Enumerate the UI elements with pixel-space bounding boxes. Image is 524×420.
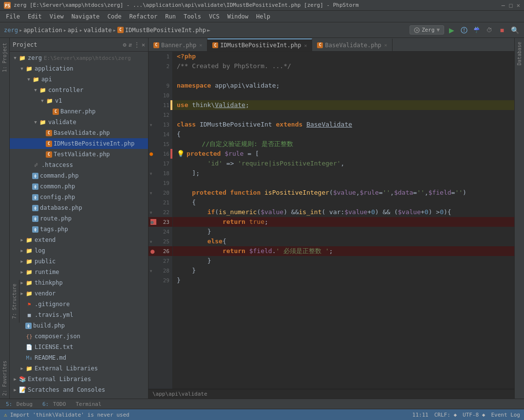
menu-tools[interactable]: Tools [180, 12, 205, 21]
search-everywhere-button[interactable]: 🔍 [509, 25, 520, 36]
stop-button[interactable]: ■ [497, 25, 507, 36]
tree-root[interactable]: ▼ 📁 zerg E:\Server\xampp\htdocs\zerg [10, 53, 148, 63]
debug-tab[interactable]: 5: Debug [2, 400, 37, 408]
gutter-line-20: 20 ▿ [149, 188, 172, 198]
sidebar-gear-icon[interactable]: ⚙ [123, 41, 126, 48]
tree-tags-php[interactable]: ϕ tags.php [10, 224, 148, 235]
breadcrumb-zerg[interactable]: zerg [4, 27, 18, 34]
tree-testvalidate[interactable]: C TestValidate.php [10, 149, 148, 160]
tree-vendor[interactable]: ▶ 📁 vendor [10, 288, 148, 299]
minimize-btn[interactable]: − [501, 1, 505, 9]
sidebar-expand-icon[interactable]: ⇵ [129, 41, 132, 48]
tree-controller[interactable]: ▼ 📁 controller [10, 85, 148, 95]
todo-tab[interactable]: 6: TODO [38, 400, 70, 408]
tree-application[interactable]: ▼ 📁 application [10, 63, 148, 74]
tree-public[interactable]: ▶ 📁 public [10, 256, 148, 267]
breadcrumb-api[interactable]: api [68, 27, 78, 34]
tab-close-icon[interactable]: ✕ [304, 43, 307, 48]
menu-view[interactable]: View [46, 12, 68, 21]
md-icon: M↓ [25, 354, 33, 362]
fold-icon[interactable]: ▿ [150, 190, 152, 196]
tab-banner[interactable]: C Banner.php ✕ [149, 38, 207, 51]
terminal-tab[interactable]: Terminal [72, 400, 105, 408]
menu-file[interactable]: File [2, 12, 24, 21]
expand-arrow: ▼ [19, 66, 25, 71]
tree-config-php[interactable]: ϕ config.php [10, 192, 148, 202]
tree-extend[interactable]: ▶ 📁 extend [10, 235, 148, 245]
run-config-selector[interactable]: Zerg ▼ [410, 25, 444, 35]
structure-panel-tab[interactable]: 7: Structure [10, 280, 19, 323]
tab-basevalidate[interactable]: C BaseValidate.php ✕ [312, 38, 393, 51]
scratches-icon: 📝 [19, 386, 26, 394]
debug-button[interactable] [459, 25, 469, 36]
tree-database-php[interactable]: ϕ database.php [10, 202, 148, 213]
tree-validate-folder[interactable]: ▼ 📁 validate [10, 117, 148, 128]
tree-license[interactable]: 📄 LICENSE.txt [10, 342, 148, 352]
fold-icon[interactable]: ▿ [150, 210, 152, 215]
fold-icon[interactable]: ▿ [150, 122, 152, 128]
tree-v1[interactable]: ▼ 📁 v1 [10, 95, 148, 106]
structure-label[interactable]: 7: Structure [11, 280, 18, 323]
fold-icon[interactable]: ▿ [150, 239, 152, 244]
tree-log[interactable]: ▶ 📁 log [10, 245, 148, 256]
tree-htaccess[interactable]: ☍ .htaccess [10, 160, 148, 170]
tree-scratches[interactable]: ▶ 📝 Scratches and Consoles [10, 384, 148, 395]
svg-point-6 [464, 31, 465, 32]
collapsed-arrow: ▶ [19, 291, 25, 296]
tree-build-php[interactable]: ϕ build.php [10, 320, 148, 331]
sidebar-collapse-icon[interactable]: ⋮ [134, 41, 140, 48]
tree-basevalidate[interactable]: C BaseValidate.php [10, 128, 148, 138]
tree-think[interactable]: ▶ 📁 External Libraries [10, 363, 148, 374]
menu-run[interactable]: Run [161, 12, 180, 21]
maximize-btn[interactable]: □ [509, 2, 513, 9]
tree-gitignore[interactable]: ⚑ .gitignore [10, 299, 148, 310]
tree-runtime[interactable]: ▶ 📁 runtime [10, 267, 148, 277]
code-content[interactable]: <?php /** Created by PhpStorm. ...*/ nam… [173, 52, 514, 389]
svg-text:PS: PS [5, 3, 10, 8]
menu-window[interactable]: Window [224, 12, 252, 21]
run-button[interactable]: ▶ [446, 25, 457, 36]
favorites-panel-tab[interactable]: 2: Favorites [1, 358, 8, 399]
php-icon: ϕ [32, 205, 38, 211]
code-line-9: namespace app\api\validate ; [173, 81, 514, 91]
profile-button[interactable]: ⏱ [484, 25, 495, 36]
tree-composer-json[interactable]: {} composer.json [10, 331, 148, 342]
chevron-down-icon: ▼ [436, 27, 440, 33]
code-line-10 [173, 91, 514, 100]
menu-navigate[interactable]: Navigate [68, 12, 104, 21]
code-line-23: return true ; [173, 217, 514, 227]
database-panel-tab[interactable]: Database [514, 38, 524, 399]
coverage-button[interactable]: ☔ [471, 25, 482, 36]
tree-thinkphp[interactable]: ▶ 📁 thinkphp [10, 277, 148, 288]
sidebar-close-icon[interactable]: ✕ [142, 41, 145, 48]
project-panel-tab[interactable]: 1: Project [1, 40, 8, 75]
menu-refactor[interactable]: Refactor [125, 12, 161, 21]
tab-close-icon[interactable]: ✕ [199, 42, 202, 48]
breadcrumb: zerg ▸ application ▸ api ▸ validate ▸ C … [4, 27, 408, 34]
event-log-btn[interactable]: Event Log [491, 412, 520, 418]
tree-banner-php[interactable]: C Banner.php [10, 106, 148, 117]
tree-travis-yml[interactable]: ■ .travis.yml [10, 310, 148, 320]
tab-close-icon[interactable]: ✕ [384, 42, 387, 48]
tree-command-php[interactable]: ϕ command.php [10, 170, 148, 181]
fold-icon[interactable]: ▿ [150, 171, 152, 176]
tree-api[interactable]: ▼ 📁 api [10, 74, 148, 85]
bottom-tabs: 5: Debug 6: TODO Terminal [0, 399, 524, 409]
breadcrumb-validate[interactable]: validate [84, 27, 112, 34]
tree-idmustbepositiveint[interactable]: C IDMustBePositiveInt.php [10, 138, 148, 149]
tree-external-libraries[interactable]: ▶ 📚 External Libraries [10, 374, 148, 384]
close-btn[interactable]: ✕ [517, 2, 520, 9]
fold-icon[interactable]: ▿ [150, 268, 152, 274]
menu-help[interactable]: Help [252, 12, 274, 21]
tab-idmustbepositiveint[interactable]: C IDMustBePositiveInt.php ✕ [207, 38, 312, 51]
menu-vcs[interactable]: VCS [205, 12, 224, 21]
breadcrumb-application[interactable]: application [23, 27, 62, 34]
yaml-icon: ■ [25, 311, 33, 319]
menu-code[interactable]: Code [104, 12, 126, 21]
breakpoint-dot: ● [150, 219, 156, 225]
database-label[interactable]: Database [516, 38, 523, 69]
tree-common-php[interactable]: ϕ common.php [10, 181, 148, 192]
menu-edit[interactable]: Edit [24, 12, 46, 21]
tree-route-php[interactable]: ϕ route.php [10, 213, 148, 224]
tree-readme[interactable]: M↓ README.md [10, 352, 148, 363]
